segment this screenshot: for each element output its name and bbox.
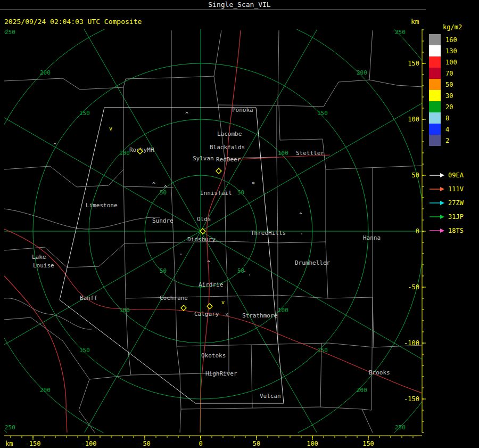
city-label: Blackfalds (210, 144, 245, 151)
colorbar-value-label: 50 (445, 81, 453, 88)
colorbar-row: 160 (429, 34, 457, 45)
axis-tick-label: -100 (81, 440, 97, 447)
city-label: Limestone (86, 202, 118, 209)
colorbar-row: 70 (429, 68, 457, 79)
colorbar-row: 50 (429, 79, 457, 90)
city-label: Hanna (363, 234, 381, 241)
storm-vector-id-label: 111V (448, 185, 464, 193)
range-label: 150 (317, 110, 328, 117)
map-marker: ^ (185, 111, 188, 117)
city-label: Didsbury (187, 236, 216, 243)
colorbar-value-label: 20 (445, 103, 453, 111)
city-label: Lake (32, 254, 46, 260)
city-label: Ponoka (232, 107, 253, 113)
map-marker: * (252, 181, 255, 187)
storm-vector-row: 18TS (429, 224, 464, 238)
map-marker: · (179, 251, 183, 257)
axis-tick-label: 50 (412, 172, 419, 179)
range-label: 250 (5, 29, 15, 36)
city-label: Drumheller (295, 259, 331, 266)
map-marker: ^ (152, 182, 155, 188)
city-label: Cochrane (160, 295, 188, 302)
map-layers: 5050505010010010010015015015015020020020… (0, 0, 426, 448)
colorbar-swatch (429, 45, 441, 56)
storm-vector-row: 09EA (429, 168, 464, 182)
bottom-axis-unit-label: km (5, 440, 13, 447)
city-label: Sundre (152, 217, 174, 224)
colorbar-row: 2 (429, 135, 457, 146)
range-label: 150 (79, 347, 90, 354)
radar-map: 5050505010010010010015015015015020020020… (0, 0, 426, 448)
range-label: 50 (160, 267, 167, 274)
colorbar-row: 20 (429, 101, 457, 112)
storm-vector-row: 31JP (429, 210, 464, 224)
storm-vector-row: 27ZW (429, 196, 464, 210)
colorbar-swatch (429, 34, 441, 45)
axis-tick-label: 50 (253, 440, 260, 447)
colorbar-row: 30 (429, 90, 457, 101)
city-label: Okotoks (201, 352, 226, 359)
colorbar-value-label: 4 (445, 126, 449, 133)
city-label: Lacombe (217, 131, 242, 137)
axis-tick-label: -150 (404, 395, 419, 403)
storm-vector-id-label: 09EA (448, 172, 464, 179)
city-label: Calgary (194, 311, 219, 317)
colorbar-row: 8 (429, 112, 457, 124)
city-label: Louise (33, 262, 54, 269)
colorbar-value-label: 160 (445, 36, 457, 44)
map-marker: ^ (207, 260, 210, 266)
axis-tick-label: -100 (404, 339, 419, 347)
colorbar-swatch (429, 56, 441, 68)
range-label: 200 (40, 69, 51, 76)
range-label: 150 (79, 110, 90, 117)
colorbar-swatch (429, 79, 441, 90)
axis-tick-label: 100 (307, 440, 318, 447)
axis-tick-label: -150 (26, 440, 41, 447)
axis-tick-label: 0 (199, 440, 202, 447)
colorbar-value-label: 100 (445, 59, 457, 66)
axis-tick-label: 100 (408, 116, 419, 123)
colorbar-row: 100 (429, 56, 457, 68)
map-marker: · (300, 231, 303, 237)
storm-vector-id-label: 27ZW (448, 199, 464, 207)
range-label: 250 (395, 29, 406, 36)
colorbar-unit-label: kg/m2 (443, 23, 462, 31)
range-label: 200 (40, 387, 51, 394)
storm-vector-arrow-icon (429, 200, 445, 206)
colorbar-value-label: 70 (445, 70, 453, 77)
range-label: 100 (119, 150, 130, 157)
colorbar-swatch (429, 90, 441, 101)
range-label: 100 (278, 150, 288, 157)
map-marker: x (225, 312, 228, 317)
city-label: Innisfail (200, 190, 232, 197)
range-label: 200 (357, 69, 367, 76)
storm-vector-arrow-icon (429, 214, 445, 220)
map-marker: v (109, 126, 112, 132)
storm-vector-arrow-icon (429, 227, 445, 234)
map-marker: ^ (299, 212, 302, 218)
axis-tick-label: -50 (139, 440, 151, 447)
colorbar-swatch (429, 135, 441, 146)
storm-vector-row: 111V (429, 182, 464, 196)
city-label: Strathmore (242, 312, 277, 319)
city-label: Vulcan (260, 393, 281, 400)
range-label: 100 (119, 307, 130, 314)
range-label: 250 (395, 424, 406, 431)
range-label: 250 (5, 424, 15, 431)
axis-tick-label: 150 (408, 60, 419, 67)
map-marker: v (221, 299, 225, 305)
colorbar-swatch (429, 112, 441, 124)
storm-vector-arrow-icon (429, 186, 445, 192)
city-label: HighRiver (205, 370, 237, 377)
colorbar-swatch (429, 68, 441, 79)
axis-tick-label: 0 (416, 227, 419, 235)
colorbar-value-label: 8 (445, 115, 449, 122)
range-label: 200 (357, 387, 367, 394)
colorbar-value-label: 2 (445, 137, 449, 144)
map-marker: ^ (53, 142, 56, 148)
axis-tick-label: -50 (408, 283, 419, 291)
city-label: Olds (197, 216, 211, 223)
city-label: Sylvan (193, 155, 214, 162)
city-label: Banff (80, 295, 97, 302)
storm-vector-arrow-icon (429, 172, 445, 178)
